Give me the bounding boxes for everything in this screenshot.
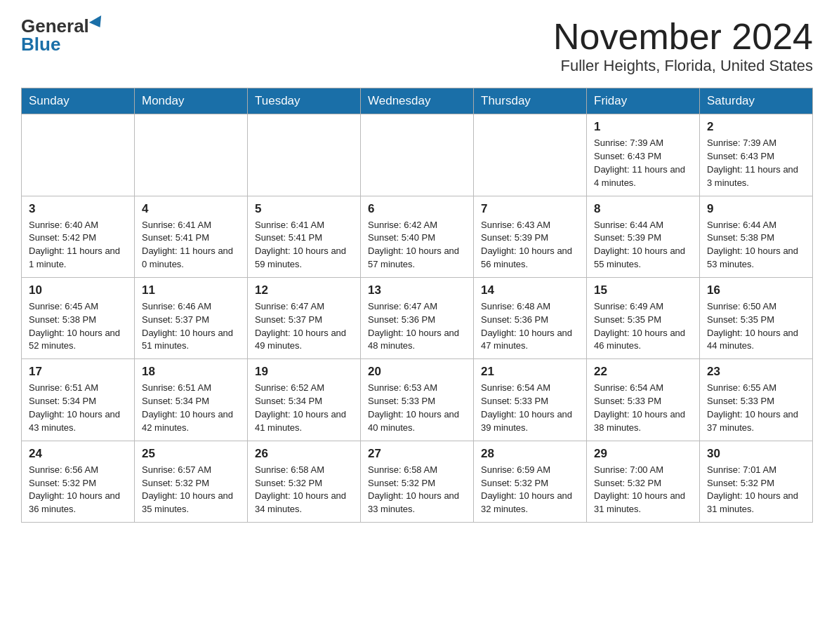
day-info: Sunrise: 6:52 AM Sunset: 5:34 PM Dayligh…: [255, 382, 353, 434]
calendar-cell: 23Sunrise: 6:55 AM Sunset: 5:33 PM Dayli…: [700, 359, 813, 441]
calendar-week-row: 10Sunrise: 6:45 AM Sunset: 5:38 PM Dayli…: [22, 277, 813, 358]
day-info: Sunrise: 7:39 AM Sunset: 6:43 PM Dayligh…: [707, 137, 805, 189]
weekday-header-tuesday: Tuesday: [248, 88, 361, 114]
day-info: Sunrise: 6:54 AM Sunset: 5:33 PM Dayligh…: [481, 382, 579, 434]
day-info: Sunrise: 6:41 AM Sunset: 5:41 PM Dayligh…: [142, 219, 240, 271]
calendar-cell: 11Sunrise: 6:46 AM Sunset: 5:37 PM Dayli…: [135, 277, 248, 358]
page-header: General Blue November 2024 Fuller Height…: [21, 17, 813, 75]
day-number: 30: [707, 447, 805, 461]
weekday-header-thursday: Thursday: [474, 88, 587, 114]
day-info: Sunrise: 6:51 AM Sunset: 5:34 PM Dayligh…: [142, 382, 240, 434]
day-number: 6: [368, 202, 466, 216]
day-info: Sunrise: 6:50 AM Sunset: 5:35 PM Dayligh…: [707, 300, 805, 353]
day-number: 14: [481, 283, 579, 297]
day-number: 16: [707, 283, 805, 297]
calendar-cell: 12Sunrise: 6:47 AM Sunset: 5:37 PM Dayli…: [248, 277, 361, 358]
calendar-cell: 4Sunrise: 6:41 AM Sunset: 5:41 PM Daylig…: [135, 196, 248, 277]
day-number: 12: [255, 283, 353, 297]
day-info: Sunrise: 6:58 AM Sunset: 5:32 PM Dayligh…: [368, 464, 466, 516]
day-number: 4: [142, 202, 240, 216]
calendar-cell: 8Sunrise: 6:44 AM Sunset: 5:39 PM Daylig…: [587, 196, 700, 277]
day-number: 23: [707, 365, 805, 379]
calendar-cell: 26Sunrise: 6:58 AM Sunset: 5:32 PM Dayli…: [248, 441, 361, 522]
day-info: Sunrise: 6:51 AM Sunset: 5:34 PM Dayligh…: [29, 382, 127, 434]
day-info: Sunrise: 7:01 AM Sunset: 5:32 PM Dayligh…: [707, 464, 805, 516]
day-info: Sunrise: 6:43 AM Sunset: 5:39 PM Dayligh…: [481, 219, 579, 271]
calendar-cell: 20Sunrise: 6:53 AM Sunset: 5:33 PM Dayli…: [361, 359, 474, 441]
calendar-cell: 14Sunrise: 6:48 AM Sunset: 5:36 PM Dayli…: [474, 277, 587, 358]
calendar-cell: 16Sunrise: 6:50 AM Sunset: 5:35 PM Dayli…: [700, 277, 813, 358]
day-number: 21: [481, 365, 579, 379]
location-title: Fuller Heights, Florida, United States: [553, 57, 813, 75]
day-info: Sunrise: 6:47 AM Sunset: 5:37 PM Dayligh…: [255, 300, 353, 353]
weekday-header-sunday: Sunday: [22, 88, 135, 114]
calendar-cell: [361, 114, 474, 196]
day-number: 28: [481, 447, 579, 461]
day-info: Sunrise: 6:59 AM Sunset: 5:32 PM Dayligh…: [481, 464, 579, 516]
day-number: 27: [368, 447, 466, 461]
calendar-cell: [248, 114, 361, 196]
calendar-cell: 21Sunrise: 6:54 AM Sunset: 5:33 PM Dayli…: [474, 359, 587, 441]
calendar-cell: [22, 114, 135, 196]
day-info: Sunrise: 6:47 AM Sunset: 5:36 PM Dayligh…: [368, 300, 466, 353]
day-info: Sunrise: 6:40 AM Sunset: 5:42 PM Dayligh…: [29, 219, 127, 271]
day-number: 22: [594, 365, 692, 379]
weekday-header-friday: Friday: [587, 88, 700, 114]
day-info: Sunrise: 6:58 AM Sunset: 5:32 PM Dayligh…: [255, 464, 353, 516]
day-info: Sunrise: 6:53 AM Sunset: 5:33 PM Dayligh…: [368, 382, 466, 434]
day-info: Sunrise: 6:44 AM Sunset: 5:38 PM Dayligh…: [707, 219, 805, 271]
month-title: November 2024: [553, 17, 813, 57]
day-number: 9: [707, 202, 805, 216]
day-number: 11: [142, 283, 240, 297]
logo-general-text: General: [21, 17, 89, 35]
day-number: 17: [29, 365, 127, 379]
day-info: Sunrise: 6:44 AM Sunset: 5:39 PM Dayligh…: [594, 219, 692, 271]
day-number: 25: [142, 447, 240, 461]
day-info: Sunrise: 7:00 AM Sunset: 5:32 PM Dayligh…: [594, 464, 692, 516]
calendar-week-row: 24Sunrise: 6:56 AM Sunset: 5:32 PM Dayli…: [22, 441, 813, 522]
calendar-week-row: 1Sunrise: 7:39 AM Sunset: 6:43 PM Daylig…: [22, 114, 813, 196]
day-info: Sunrise: 6:56 AM Sunset: 5:32 PM Dayligh…: [29, 464, 127, 516]
day-number: 8: [594, 202, 692, 216]
day-info: Sunrise: 6:57 AM Sunset: 5:32 PM Dayligh…: [142, 464, 240, 516]
day-number: 2: [707, 120, 805, 134]
day-number: 15: [594, 283, 692, 297]
calendar-cell: 18Sunrise: 6:51 AM Sunset: 5:34 PM Dayli…: [135, 359, 248, 441]
day-info: Sunrise: 7:39 AM Sunset: 6:43 PM Dayligh…: [594, 137, 692, 189]
weekday-header-row: SundayMondayTuesdayWednesdayThursdayFrid…: [22, 88, 813, 114]
day-info: Sunrise: 6:45 AM Sunset: 5:38 PM Dayligh…: [29, 300, 127, 353]
calendar-cell: [474, 114, 587, 196]
calendar-cell: 25Sunrise: 6:57 AM Sunset: 5:32 PM Dayli…: [135, 441, 248, 522]
calendar-cell: 15Sunrise: 6:49 AM Sunset: 5:35 PM Dayli…: [587, 277, 700, 358]
calendar-cell: 9Sunrise: 6:44 AM Sunset: 5:38 PM Daylig…: [700, 196, 813, 277]
logo: General Blue: [21, 17, 105, 53]
calendar-cell: 29Sunrise: 7:00 AM Sunset: 5:32 PM Dayli…: [587, 441, 700, 522]
day-info: Sunrise: 6:55 AM Sunset: 5:33 PM Dayligh…: [707, 382, 805, 434]
logo-triangle-icon: [89, 15, 106, 31]
day-info: Sunrise: 6:46 AM Sunset: 5:37 PM Dayligh…: [142, 300, 240, 353]
day-info: Sunrise: 6:41 AM Sunset: 5:41 PM Dayligh…: [255, 219, 353, 271]
calendar-cell: 10Sunrise: 6:45 AM Sunset: 5:38 PM Dayli…: [22, 277, 135, 358]
calendar-cell: 19Sunrise: 6:52 AM Sunset: 5:34 PM Dayli…: [248, 359, 361, 441]
calendar-cell: 1Sunrise: 7:39 AM Sunset: 6:43 PM Daylig…: [587, 114, 700, 196]
weekday-header-monday: Monday: [135, 88, 248, 114]
calendar-cell: 28Sunrise: 6:59 AM Sunset: 5:32 PM Dayli…: [474, 441, 587, 522]
day-number: 1: [594, 120, 692, 134]
calendar-table: SundayMondayTuesdayWednesdayThursdayFrid…: [21, 88, 813, 523]
day-info: Sunrise: 6:49 AM Sunset: 5:35 PM Dayligh…: [594, 300, 692, 353]
title-block: November 2024 Fuller Heights, Florida, U…: [553, 17, 813, 75]
day-number: 3: [29, 202, 127, 216]
weekday-header-saturday: Saturday: [700, 88, 813, 114]
logo-blue-text: Blue: [21, 35, 60, 53]
calendar-cell: 5Sunrise: 6:41 AM Sunset: 5:41 PM Daylig…: [248, 196, 361, 277]
day-number: 13: [368, 283, 466, 297]
calendar-cell: 24Sunrise: 6:56 AM Sunset: 5:32 PM Dayli…: [22, 441, 135, 522]
day-number: 26: [255, 447, 353, 461]
calendar-cell: 6Sunrise: 6:42 AM Sunset: 5:40 PM Daylig…: [361, 196, 474, 277]
day-info: Sunrise: 6:54 AM Sunset: 5:33 PM Dayligh…: [594, 382, 692, 434]
calendar-cell: [135, 114, 248, 196]
day-number: 20: [368, 365, 466, 379]
day-number: 10: [29, 283, 127, 297]
day-number: 19: [255, 365, 353, 379]
day-number: 18: [142, 365, 240, 379]
